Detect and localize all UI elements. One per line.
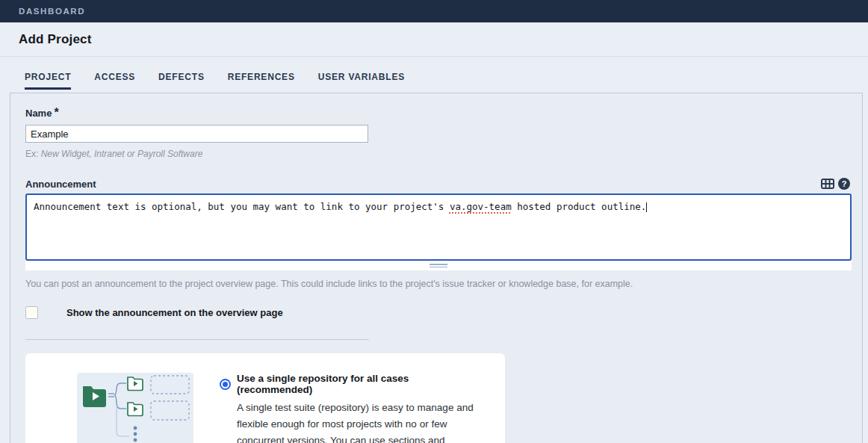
nav-dashboard-link[interactable]: DASHBOARD (19, 7, 85, 16)
root-folder-icon (83, 386, 106, 407)
single-repository-title[interactable]: Use a single repository for all cases (r… (237, 373, 481, 395)
announcement-help-text: You can post an announcement to the proj… (25, 279, 852, 289)
placeholder-rect (151, 401, 189, 420)
project-form-panel: Name* Ex: New Widget, Intranet or Payrol… (10, 93, 863, 443)
name-label: Name (25, 108, 52, 119)
announcement-toolbar: ? (821, 178, 850, 190)
page-title: Add Project (19, 32, 92, 47)
tab-references[interactable]: REFERENCES (228, 72, 295, 90)
tab-access[interactable]: ACCESS (94, 72, 135, 90)
text-cursor (646, 202, 647, 212)
child-folder-icon (128, 377, 143, 391)
announcement-misspelled-word: va.gov-team (450, 201, 512, 212)
help-icon[interactable]: ? (838, 178, 850, 190)
top-navbar: DASHBOARD (0, 0, 868, 22)
tab-project[interactable]: PROJECT (25, 72, 71, 90)
page-header: Add Project (0, 22, 868, 57)
section-divider (25, 339, 369, 340)
show-announcement-label[interactable]: Show the announcement on the overview pa… (66, 307, 283, 318)
single-repository-radio[interactable] (220, 379, 231, 390)
table-icon[interactable] (821, 179, 834, 189)
resize-grip-icon[interactable] (430, 262, 447, 269)
ellipsis-dot (134, 433, 137, 436)
tab-user-variables[interactable]: USER VARIABLES (318, 72, 405, 90)
name-hint: Ex: New Widget, Intranet or Payroll Soft… (25, 149, 852, 159)
required-asterisk: * (54, 106, 58, 119)
repository-option-card: Use a single repository for all cases (r… (25, 353, 505, 443)
announcement-field-group: Announcement ? Announcement text is opti… (25, 178, 852, 289)
ellipsis-dot (134, 439, 137, 442)
show-announcement-checkbox[interactable] (25, 306, 38, 319)
repository-illustration (77, 373, 193, 443)
child-folder-icon (128, 403, 143, 416)
ellipsis-dot (134, 427, 137, 430)
announcement-text: Announcement text is optional, but you m… (34, 201, 450, 212)
single-repository-description: A single test suite (repository) is easy… (237, 400, 483, 443)
show-announcement-row: Show the announcement on the overview pa… (25, 306, 852, 319)
tab-defects[interactable]: DEFECTS (158, 72, 205, 90)
repository-option-body: Use a single repository for all cases (r… (220, 373, 481, 443)
textarea-resize-strip (25, 261, 852, 270)
announcement-text-tail: hosted product outline. (512, 201, 647, 212)
announcement-label-row: Announcement ? (25, 178, 852, 190)
tab-bar: PROJECT ACCESS DEFECTS REFERENCES USER V… (25, 72, 868, 90)
announcement-textarea[interactable]: Announcement text is optional, but you m… (25, 193, 852, 261)
placeholder-rect (151, 376, 189, 394)
announcement-label: Announcement (25, 179, 96, 190)
name-input[interactable] (25, 125, 368, 143)
name-field-group: Name* Ex: New Widget, Intranet or Payrol… (25, 106, 852, 159)
